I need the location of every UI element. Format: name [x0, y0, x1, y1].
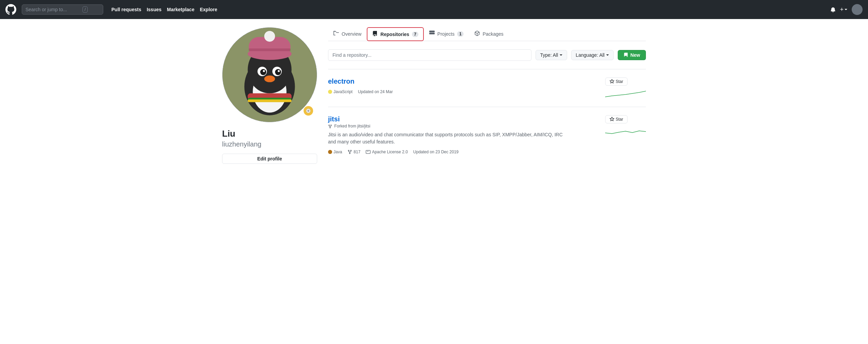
new-repo-label: New	[630, 52, 640, 58]
tab-projects-label: Projects	[437, 31, 455, 37]
repo-item-electron: electron JavaScript Updated on 24 Mar St…	[328, 69, 646, 107]
svg-rect-17	[248, 99, 291, 102]
fork-icon	[328, 124, 332, 128]
lang-dot-jitsi	[328, 150, 332, 154]
repo-list: electron JavaScript Updated on 24 Mar St…	[328, 69, 646, 162]
nav-links: Pull requests Issues Marketplace Explore	[111, 7, 217, 12]
license-icon	[366, 150, 370, 154]
profile-display-name: Liu	[222, 128, 317, 139]
notifications-button[interactable]	[830, 7, 836, 12]
nav-issues[interactable]: Issues	[147, 7, 162, 12]
profile-tabs: Overview Repositories 7 Projects 1	[328, 27, 646, 41]
svg-point-14	[264, 75, 275, 82]
nav-explore[interactable]: Explore	[200, 7, 217, 12]
status-icon	[306, 108, 311, 114]
github-logo-icon	[5, 4, 16, 15]
avatar-icon	[852, 4, 863, 15]
svg-point-7	[264, 31, 275, 42]
navbar: / Pull requests Issues Marketplace Explo…	[0, 0, 868, 19]
tab-projects-count: 1	[457, 31, 464, 37]
avatar-image	[222, 28, 317, 122]
repo-meta-electron: JavaScript Updated on 24 Mar	[328, 89, 600, 94]
nav-pull-requests[interactable]: Pull requests	[111, 7, 141, 12]
repo-name-electron[interactable]: electron	[328, 78, 355, 85]
repo-updated-jitsi: Updated on 23 Dec 2019	[413, 150, 458, 154]
tab-repositories[interactable]: Repositories 7	[367, 27, 424, 41]
repo-updated-electron: Updated on 24 Mar	[358, 89, 393, 94]
repo-language-electron: JavaScript	[328, 89, 352, 94]
svg-point-11	[275, 69, 281, 75]
repo-search-wrap	[328, 49, 531, 61]
search-shortcut: /	[83, 6, 88, 13]
new-repo-icon	[623, 53, 628, 57]
sparkline-electron	[605, 88, 646, 99]
star-icon-2	[610, 117, 614, 122]
repo-name-jitsi[interactable]: jitsi	[328, 115, 340, 123]
repo-filters: Type: All Language: All New	[328, 49, 646, 61]
chevron-down-icon	[844, 8, 848, 11]
type-filter-label: Type: All	[540, 52, 558, 58]
star-button-electron[interactable]: Star	[605, 78, 628, 86]
type-filter-button[interactable]: Type: All	[536, 50, 567, 60]
nav-actions: +	[830, 4, 863, 15]
svg-point-13	[278, 70, 280, 72]
language-filter-label: Language: All	[576, 52, 604, 58]
star-button-jitsi[interactable]: Star	[605, 115, 628, 123]
nav-marketplace[interactable]: Marketplace	[167, 7, 195, 12]
plus-icon: +	[840, 6, 844, 13]
tab-overview-label: Overview	[342, 31, 361, 37]
repo-info-electron: electron JavaScript Updated on 24 Mar	[328, 78, 600, 94]
avatar[interactable]	[852, 4, 863, 15]
svg-rect-6	[249, 49, 290, 51]
tab-repositories-count: 7	[412, 32, 418, 37]
status-badge	[303, 105, 314, 116]
svg-point-19	[307, 110, 309, 112]
sparkline-jitsi	[605, 126, 646, 136]
repo-actions-jitsi: Star	[605, 115, 646, 136]
svg-point-12	[263, 70, 265, 72]
search-box[interactable]: /	[22, 4, 103, 15]
sidebar: Liu liuzhenyilang Edit profile	[222, 27, 317, 164]
search-input[interactable]	[25, 7, 80, 12]
create-new-button[interactable]: +	[840, 6, 848, 13]
profile-username: liuzhenyilang	[222, 140, 317, 148]
overview-icon	[333, 31, 339, 37]
tab-overview[interactable]: Overview	[328, 27, 367, 41]
tab-packages-label: Packages	[483, 31, 503, 37]
new-repo-button[interactable]: New	[618, 50, 646, 60]
repo-search-input[interactable]	[328, 49, 531, 61]
repo-meta-jitsi: Java 817 Apache License 2.0 Updated on 2…	[328, 150, 600, 154]
repo-license-jitsi: Apache License 2.0	[366, 150, 408, 154]
github-logo-link[interactable]	[5, 4, 16, 15]
repo-actions-electron: Star	[605, 78, 646, 99]
svg-point-10	[260, 69, 266, 75]
repo-forks-jitsi: 817	[347, 150, 360, 154]
fork-label-text: Forked from jitsi/jitsi	[334, 124, 370, 128]
chevron-down-icon	[559, 53, 563, 57]
star-icon	[610, 79, 614, 84]
profile-avatar	[222, 27, 317, 122]
fork-count-jitsi: 817	[354, 150, 360, 154]
tab-packages[interactable]: Packages	[469, 27, 509, 41]
lang-dot-electron	[328, 90, 332, 94]
repo-desc-jitsi: Jitsi is an audio/video and chat communi…	[328, 131, 566, 145]
repo-fork-label-jitsi: Forked from jitsi/jitsi	[328, 124, 600, 128]
repo-info-jitsi: jitsi Forked from jitsi/jitsi Jitsi is a…	[328, 115, 600, 154]
repo-item-jitsi: jitsi Forked from jitsi/jitsi Jitsi is a…	[328, 107, 646, 162]
language-filter-button[interactable]: Language: All	[571, 50, 614, 60]
tab-projects[interactable]: Projects 1	[424, 27, 469, 41]
fork-count-icon	[347, 150, 352, 154]
repo-language-jitsi: Java	[328, 150, 342, 154]
main-layout: Liu liuzhenyilang Edit profile Overview …	[217, 19, 651, 172]
avatar-wrap	[222, 27, 317, 122]
bell-icon	[830, 7, 836, 12]
tab-repositories-label: Repositories	[380, 32, 409, 37]
edit-profile-button[interactable]: Edit profile	[222, 154, 317, 164]
lang-label-electron: JavaScript	[333, 89, 352, 94]
packages-icon	[474, 31, 480, 37]
lang-label-jitsi: Java	[333, 150, 342, 154]
repo-tab-icon	[372, 31, 378, 37]
content-area: Overview Repositories 7 Projects 1	[328, 27, 646, 164]
projects-icon	[429, 31, 435, 37]
license-label-jitsi: Apache License 2.0	[372, 150, 408, 154]
